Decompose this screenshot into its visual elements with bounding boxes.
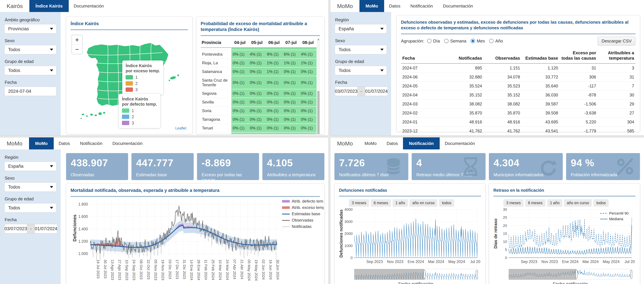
select-region[interactable]: España: [335, 24, 387, 33]
table-row: 2024-078951.1511.120313: [401, 63, 636, 73]
provincia-cell: Teruel: [201, 124, 231, 133]
date-from-input[interactable]: 03/07/2023: [335, 87, 358, 96]
kairos-tab-documentacion[interactable]: Documentación: [69, 0, 109, 12]
table-row: Pontevedra0% (1)4% (1)9% (1)6% (1)4% (1): [201, 50, 316, 59]
select-grupo-de-edad[interactable]: Todos: [335, 66, 387, 75]
chevron-down-icon: [50, 165, 53, 167]
kairos-main: Índice Kairós + − Índice Kairóspor exces…: [61, 12, 328, 136]
kairos-probability-table: Provincia04-jul05-jul06-jul07-jul08-julP…: [201, 38, 316, 134]
date-to-input[interactable]: 01/07/2024: [365, 87, 388, 96]
momo-notificacion-main: 7.726Notificados últimos 7 días4Retraso …: [330, 149, 644, 284]
svg-text:25 Feb 2024: 25 Feb 2024: [211, 260, 215, 280]
momo-datos-tab-documentacion[interactable]: Documentación: [438, 0, 478, 12]
column-header: Atribuibles a temperatura: [598, 48, 636, 63]
value-cell: 34.078: [484, 72, 522, 81]
table-row: 2024-0632.88034.07833.77230631: [401, 72, 636, 81]
probability-cell: 0% (1): [231, 76, 248, 89]
select-sexo[interactable]: Todos: [4, 45, 56, 54]
radio-icon: [471, 39, 475, 43]
date-range-separator: -: [27, 224, 34, 233]
select-value: España: [8, 164, 24, 169]
legend-swatch: [126, 81, 133, 86]
table-row: 2024-0535.52435.52335.640-1177: [401, 81, 636, 90]
vertical-scrollbar[interactable]: ▲ ▼: [317, 38, 320, 134]
value-cell: 3: [598, 63, 636, 73]
kairos-tab-indice-kairos[interactable]: Índice Kairós: [29, 0, 68, 12]
leaflet-map[interactable]: + − Índice Kairóspor exceso temp.123 Índ…: [70, 32, 188, 131]
select-value: Todos: [8, 185, 20, 190]
value-cell: 39.587: [522, 99, 560, 109]
svg-text:Mar 2024: Mar 2024: [428, 260, 444, 264]
zoom-out-button[interactable]: −: [72, 45, 82, 54]
probability-cell: 1% (1): [300, 59, 316, 67]
provincia-cell: Salamanca: [201, 67, 231, 76]
date-range-separator: -: [358, 87, 365, 96]
date-to-input[interactable]: 01/07/2024: [34, 224, 58, 233]
momo-notif-tab-datos[interactable]: Datos: [382, 138, 403, 149]
svg-text:Atrib. exceso temp.: Atrib. exceso temp.: [292, 205, 324, 210]
momo-resumen-tab-momo[interactable]: MoMo: [29, 138, 54, 149]
radio-ano[interactable]: Año: [489, 38, 503, 44]
kairos-filter-sidebar: Ámbito geográficoProvinciasSexoTodosGrup…: [0, 12, 61, 136]
range-button-1-ano[interactable]: 1 año: [547, 199, 562, 207]
range-button-3-meses[interactable]: 3 meses: [349, 199, 369, 207]
probability-cell: 0% (1): [248, 98, 265, 106]
fecha-cell: 2024-06: [401, 72, 445, 81]
retraso-notificacion-chart[interactable]: 051015202530Sep 2023Nov 2023Ene 2024Mar …: [494, 208, 635, 284]
momo-resumen-tab-documentacion[interactable]: Documentación: [108, 138, 148, 149]
radio-mes[interactable]: Mes: [471, 38, 485, 44]
svg-text:Días de retraso: Días de retraso: [494, 218, 498, 249]
kpi-label: Observadas: [71, 172, 124, 177]
momo-datos-tab-datos[interactable]: Datos: [384, 0, 406, 12]
range-button-ano-en-curso[interactable]: año en curso: [564, 199, 592, 207]
radio-semana[interactable]: Semana: [444, 38, 466, 44]
date-from-input[interactable]: 03/07/2023: [4, 224, 27, 233]
kpi-card-notificados-ultimos-7-dias: 7.726Notificados últimos 7 días: [334, 153, 408, 180]
scrollbar-thumb[interactable]: [317, 91, 320, 134]
svg-text:16 Jun 2024: 16 Jun 2024: [268, 260, 273, 280]
svg-text:3000: 3000: [344, 219, 352, 224]
column-header: Fecha: [401, 48, 445, 63]
legend-item: 3: [122, 121, 157, 126]
select-sexo[interactable]: Todos: [4, 182, 56, 192]
range-button-todos[interactable]: todos: [439, 199, 454, 207]
date-input[interactable]: 2024-07-04: [4, 87, 56, 96]
mortalidad-line-chart[interactable]: 1.0001.2001.4001.6001.80016 Jul 202330 J…: [70, 197, 324, 282]
defunciones-notificadas-chart[interactable]: 01000200030004000Sep 2023Nov 2023Ene 202…: [339, 208, 480, 284]
range-button-6-meses[interactable]: 6 meses: [371, 199, 391, 207]
hourglass-icon: [460, 156, 481, 177]
momo-datos-tab-notificacion[interactable]: Notificación: [405, 0, 438, 12]
momo-notif-tab-documentacion[interactable]: Documentación: [440, 138, 480, 149]
range-button-todos[interactable]: todos: [594, 199, 608, 207]
rangeslider-handle: [630, 270, 632, 278]
scroll-up-icon[interactable]: ▲: [317, 38, 320, 41]
descargar-csv-button[interactable]: Descargar CSV: [598, 37, 636, 45]
legend-swatch: [122, 121, 129, 125]
date-range-input: 03/07/2023-01/07/2024: [4, 224, 56, 233]
range-button-6-meses[interactable]: 6 meses: [525, 199, 546, 207]
momo-resumen-tab-datos[interactable]: Datos: [54, 138, 75, 149]
column-header: 04-jul: [231, 38, 248, 48]
svg-text:17 Dic 2023: 17 Dic 2023: [175, 260, 179, 279]
svg-text:11 Feb 2024: 11 Feb 2024: [204, 260, 208, 280]
value-cell: 48.916: [484, 118, 522, 127]
chevron-down-icon: [380, 28, 384, 30]
momo-notif-tab-momo[interactable]: MoMo: [360, 138, 382, 149]
probability-cell: 0% (1): [282, 115, 300, 124]
map-legend-defecto: Índice Kairóspor defecto temp.123: [118, 94, 160, 128]
select-region[interactable]: España: [4, 161, 56, 171]
momo-resumen-tab-notificacion[interactable]: Notificación: [75, 138, 107, 149]
range-button-ano-en-curso[interactable]: año en curso: [410, 199, 437, 207]
select-ambito-geografico[interactable]: Provincias: [4, 24, 56, 33]
radio-dia[interactable]: Día: [427, 38, 440, 44]
fecha-cell: 2023-12: [401, 127, 445, 136]
momo-notif-tab-notificacion[interactable]: Notificación: [403, 138, 440, 149]
select-sexo[interactable]: Todos: [335, 45, 387, 54]
range-button-3-meses[interactable]: 3 meses: [504, 199, 524, 207]
range-button-1-ano[interactable]: 1 año: [393, 199, 408, 207]
zoom-in-button[interactable]: +: [72, 35, 82, 45]
leaflet-attribution[interactable]: Leaflet: [175, 126, 186, 131]
select-grupo-de-edad[interactable]: Todos: [4, 66, 56, 75]
momo-datos-tab-momo[interactable]: MoMo: [360, 0, 384, 12]
select-grupo-de-edad[interactable]: Todos: [4, 203, 56, 213]
